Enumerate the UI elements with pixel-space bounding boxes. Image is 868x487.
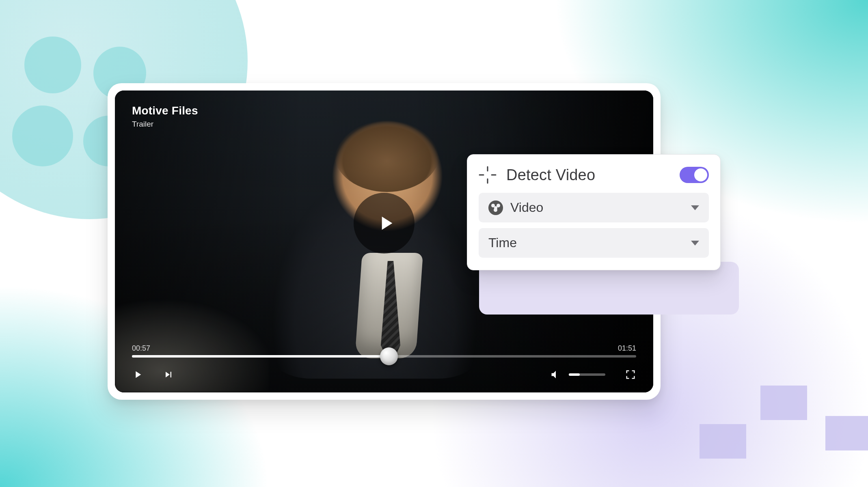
popover-title: Detect Video bbox=[506, 166, 595, 184]
volume-control[interactable] bbox=[550, 369, 605, 380]
progress-bar[interactable] bbox=[132, 355, 636, 358]
popover-row-time[interactable]: Time bbox=[479, 228, 709, 258]
deco-square bbox=[760, 386, 807, 420]
popover-row-label: Video bbox=[510, 200, 543, 215]
video-title-block: Motive Files Trailer bbox=[132, 104, 198, 129]
deco-square bbox=[700, 424, 746, 459]
popover-row-label: Time bbox=[488, 235, 517, 250]
video-controls: 00:57 01:51 bbox=[132, 344, 636, 380]
detect-video-toggle[interactable] bbox=[680, 167, 709, 183]
duration: 01:51 bbox=[618, 344, 636, 353]
film-reel-icon bbox=[488, 200, 503, 215]
progress-knob[interactable] bbox=[380, 347, 398, 365]
deco-square bbox=[825, 416, 868, 450]
video-title: Motive Files bbox=[132, 104, 198, 117]
crosshair-icon bbox=[479, 166, 497, 184]
play-icon bbox=[374, 212, 397, 235]
next-button[interactable] bbox=[163, 369, 174, 380]
play-overlay-button[interactable] bbox=[354, 193, 415, 254]
fullscreen-button[interactable] bbox=[625, 369, 636, 380]
toggle-knob bbox=[694, 168, 707, 181]
volume-bar[interactable] bbox=[569, 373, 605, 376]
popover-row-video[interactable]: Video bbox=[479, 193, 709, 222]
current-time: 00:57 bbox=[132, 344, 150, 353]
play-button[interactable] bbox=[132, 369, 143, 380]
volume-icon[interactable] bbox=[550, 369, 561, 380]
chevron-down-icon bbox=[691, 241, 699, 246]
chevron-down-icon bbox=[691, 205, 699, 210]
progress-fill bbox=[132, 355, 389, 358]
video-subtitle: Trailer bbox=[132, 120, 198, 129]
popover-header: Detect Video bbox=[479, 166, 709, 184]
detect-video-popover: Detect Video Video Time bbox=[467, 154, 721, 270]
promo-canvas: Motive Files Trailer 00:57 01:51 bbox=[0, 0, 868, 487]
volume-fill bbox=[569, 373, 580, 376]
control-row bbox=[132, 369, 636, 380]
